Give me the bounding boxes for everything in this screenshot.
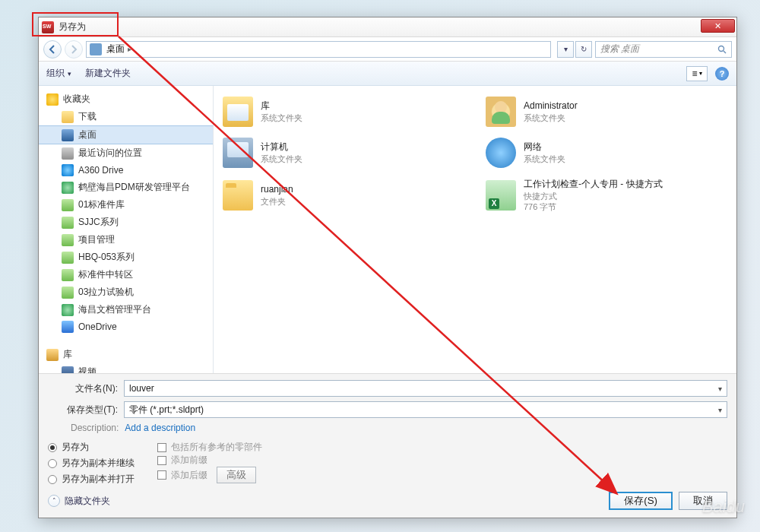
sidebar-group-favorites[interactable]: 收藏夹 xyxy=(39,90,213,108)
sidebar-item[interactable]: 下载 xyxy=(39,108,213,125)
sidebar-item-label: 鹤壁海昌PDM研发管理平台 xyxy=(78,181,190,194)
file-item[interactable]: 网络 系统文件夹 xyxy=(483,135,730,171)
sidebar-item[interactable]: 桌面 xyxy=(39,125,213,144)
sidebar-item-label: 项目管理 xyxy=(78,233,115,246)
close-button[interactable]: ✕ xyxy=(701,19,735,33)
radio-icon xyxy=(48,459,57,468)
help-button[interactable]: ? xyxy=(715,67,729,81)
file-item[interactable]: ruanjian 文件夹 xyxy=(220,176,467,215)
sidebar-item[interactable]: 01标准件库 xyxy=(39,196,213,214)
filename-input[interactable]: louver ▾ xyxy=(124,380,727,397)
forward-button[interactable] xyxy=(65,40,83,59)
folder-icon xyxy=(62,321,74,333)
main-area: 收藏夹 下载桌面最近访问的位置A360 Drive鹤壁海昌PDM研发管理平台01… xyxy=(39,86,736,374)
folder-icon xyxy=(62,182,74,194)
folder-icon xyxy=(62,269,74,281)
breadcrumb-label: 桌面 xyxy=(106,43,125,55)
breadcrumb[interactable]: 桌面 ▸ xyxy=(106,43,131,55)
file-icon xyxy=(486,97,516,127)
sidebar-item-label: 03拉力试验机 xyxy=(78,286,134,299)
sidebar-item-label: 标准件中转区 xyxy=(78,268,133,281)
location-icon xyxy=(90,43,102,55)
radio-label: 另存为 xyxy=(62,441,89,454)
checkbox-icon xyxy=(157,443,166,452)
sidebar-item[interactable]: HBQ-053系列 xyxy=(39,249,213,266)
checkbox-label: 添加前缀 xyxy=(171,454,207,467)
titlebar: 另存为 ✕ xyxy=(39,17,736,37)
save-mode-radios: 另存为另存为副本并继续另存为副本并打开 xyxy=(48,441,135,486)
folder-icon xyxy=(62,234,74,246)
organize-label: 组织 xyxy=(46,67,65,80)
sidebar-item[interactable]: 鹤壁海昌PDM研发管理平台 xyxy=(39,179,213,196)
file-type: 文件夹 xyxy=(261,196,293,207)
sidebar-item[interactable]: OneDrive xyxy=(39,318,213,335)
file-icon xyxy=(223,138,253,168)
file-item[interactable]: 工作计划检查-个人专用 - 快捷方式 快捷方式 776 字节 xyxy=(483,176,730,215)
sidebar-item-label: 01标准件库 xyxy=(78,198,125,211)
sidebar-item[interactable]: A360 Drive xyxy=(39,162,213,179)
option-checkbox: 添加后缀高级 xyxy=(157,467,262,483)
save-mode-radio[interactable]: 另存为副本并打开 xyxy=(48,473,135,486)
footer: 文件名(N): louver ▾ 保存类型(T): 零件 (*.prt;*.sl… xyxy=(39,374,736,518)
star-icon xyxy=(46,93,59,106)
sidebar-item[interactable]: 视频 xyxy=(39,363,213,373)
sidebar-item[interactable]: 标准件中转区 xyxy=(39,266,213,283)
save-mode-radio[interactable]: 另存为副本并继续 xyxy=(48,457,135,470)
sidebar-group-libraries[interactable]: 库 xyxy=(39,346,213,363)
address-dropdown-button[interactable]: ▾ xyxy=(557,41,574,58)
sidebar-item[interactable]: 项目管理 xyxy=(39,231,213,249)
chevron-down-icon: ▾ xyxy=(68,70,71,78)
app-icon xyxy=(42,21,54,33)
file-item[interactable]: Administrator 系统文件夹 xyxy=(483,93,730,130)
folder-icon xyxy=(62,129,74,141)
organize-menu[interactable]: 组织 ▾ xyxy=(46,67,71,80)
save-mode-radio[interactable]: 另存为 xyxy=(48,441,135,454)
sidebar-item-label: 下载 xyxy=(78,110,97,123)
checkbox-label: 包括所有参考的零部件 xyxy=(171,441,262,454)
library-icon xyxy=(46,349,59,361)
folder-icon xyxy=(62,147,74,160)
checkbox-label: 添加后缀 xyxy=(171,469,207,482)
folder-icon xyxy=(62,199,74,211)
folder-icon xyxy=(62,366,74,374)
chevron-down-icon: ▾ xyxy=(718,385,722,393)
sidebar-item[interactable]: 最近访问的位置 xyxy=(39,144,213,162)
sidebar-item-label: 视频 xyxy=(78,366,97,373)
new-folder-button[interactable]: 新建文件夹 xyxy=(85,67,131,80)
file-name: Administrator xyxy=(524,100,578,112)
checkbox-icon xyxy=(157,470,166,480)
options-checks: 包括所有参考的零部件添加前缀添加后缀高级 xyxy=(157,441,262,483)
filetype-select[interactable]: 零件 (*.prt;*.sldprt) ▾ xyxy=(124,401,727,418)
file-type: 快捷方式 xyxy=(524,191,663,201)
save-as-dialog: 另存为 ✕ 桌面 ▸ ▾ ↻ 搜索 桌面 组织 ▾ xyxy=(38,17,737,518)
sidebar-item-label: HBQ-053系列 xyxy=(78,251,135,264)
search-placeholder: 搜索 桌面 xyxy=(600,43,639,55)
file-type: 系统文件夹 xyxy=(261,112,302,123)
file-icon xyxy=(486,180,516,211)
add-description-link[interactable]: Add a description xyxy=(125,423,195,433)
file-name: 库 xyxy=(261,100,302,112)
refresh-button[interactable]: ↻ xyxy=(575,41,592,58)
sidebar-item[interactable]: 海昌文档管理平台 xyxy=(39,301,213,318)
cancel-button[interactable]: 取消 xyxy=(679,492,727,510)
file-name: 计算机 xyxy=(261,141,302,154)
folder-icon xyxy=(62,304,74,316)
sidebar-item[interactable]: SJJC系列 xyxy=(39,214,213,231)
sidebar-item-label: OneDrive xyxy=(78,321,117,332)
description-label: Description: xyxy=(71,423,119,433)
file-item[interactable]: 计算机 系统文件夹 xyxy=(220,135,467,171)
file-type: 系统文件夹 xyxy=(261,154,302,164)
search-input[interactable]: 搜索 桌面 xyxy=(595,41,732,58)
chevron-down-icon: ▾ xyxy=(718,406,722,414)
file-list: 库 系统文件夹 Administrator 系统文件夹 计算机 系统文件夹 网络… xyxy=(214,86,736,373)
sidebar-item[interactable]: 03拉力试验机 xyxy=(39,283,213,301)
radio-label: 另存为副本并打开 xyxy=(62,473,135,486)
folder-icon xyxy=(62,111,74,123)
hide-folders-toggle[interactable]: ˄ 隐藏文件夹 xyxy=(48,495,110,508)
file-icon xyxy=(223,180,253,211)
save-button[interactable]: 保存(S) xyxy=(609,492,673,510)
back-button[interactable] xyxy=(43,40,62,59)
address-bar[interactable]: 桌面 ▸ xyxy=(86,41,551,58)
view-mode-button[interactable]: ≡ ▾ xyxy=(686,66,708,81)
file-item[interactable]: 库 系统文件夹 xyxy=(220,93,467,130)
